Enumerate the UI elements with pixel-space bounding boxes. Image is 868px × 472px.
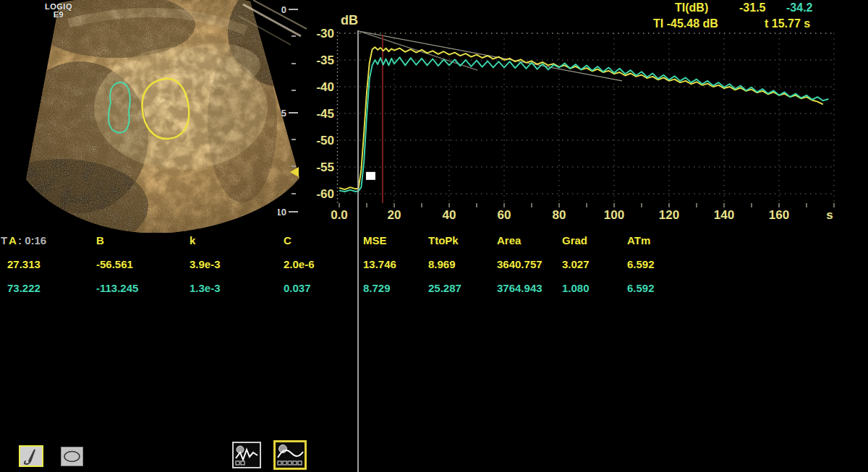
table-cell: 2.0e-6: [284, 258, 315, 270]
x-tick-label: 60: [498, 208, 511, 222]
depth-label-10: 10: [278, 207, 286, 218]
table-cell: 13.746: [363, 258, 396, 270]
x-tick-label: 80: [553, 208, 566, 222]
table-cell: -113.245: [96, 282, 138, 294]
time-cursor-line[interactable]: [357, 30, 359, 472]
curve-fit-results-table: T : 0:16 A B k C MSE TtoPk Area Grad ATm…: [0, 0, 868, 87]
timer-prefix: T: [1, 234, 7, 246]
table-cell: 3.027: [562, 258, 590, 270]
ellipse-roi-tool-button[interactable]: [61, 447, 83, 466]
trace-icon: [21, 447, 41, 465]
table-cell: 25.287: [428, 282, 461, 294]
col-header-TtoPk: TtoPk: [428, 234, 459, 246]
x-tick-label: 140: [714, 208, 734, 222]
y-tick-label: -60: [316, 187, 334, 201]
table-cell: 27.313: [7, 258, 41, 270]
x-tick-label: 160: [769, 208, 789, 222]
table-cell: 8.729: [363, 282, 391, 294]
depth-label-0: 0: [281, 4, 286, 15]
curve-display-icon: [234, 444, 259, 466]
table-cell: 6.592: [627, 282, 655, 294]
x-tick-label: 40: [443, 208, 456, 222]
ultrasound-analysis-screen: LOGIQ E9 0 5 10 dB -30-35-40-45-50-55-60…: [0, 0, 868, 472]
acquisition-timer: : 0:16: [18, 234, 46, 246]
col-header-Grad: Grad: [562, 234, 587, 246]
x-tick-label: 100: [604, 208, 624, 222]
table-cell: 8.969: [428, 258, 456, 270]
table-cell: -56.561: [96, 258, 133, 270]
depth-label-5: 5: [281, 108, 286, 119]
col-header-Area: Area: [497, 234, 521, 246]
x-tick-label: 0.0: [331, 208, 348, 222]
trace-tool-button[interactable]: [19, 445, 43, 467]
device-brand-label: LOGIQ E9: [40, 3, 77, 19]
table-display-icon: [276, 443, 304, 467]
table-cell: 1.080: [562, 282, 590, 294]
y-tick-label: -45: [316, 107, 334, 121]
col-header-A: A: [9, 234, 17, 246]
col-header-B: B: [96, 234, 104, 246]
col-header-ATm: ATm: [627, 234, 650, 246]
brand-line2: E9: [40, 11, 77, 19]
ellipse-roi-icon: [62, 449, 82, 464]
focus-marker-icon[interactable]: [290, 167, 299, 177]
col-header-C: C: [284, 234, 292, 246]
x-tick-label: 120: [659, 208, 679, 222]
table-cell: 73.222: [7, 282, 41, 294]
table-cell: 1.3e-3: [190, 282, 221, 294]
col-header-MSE: MSE: [363, 234, 387, 246]
y-tick-label: -50: [316, 134, 334, 147]
depth-ruler: 0 5 10: [278, 0, 302, 226]
x-axis-unit-label: s: [826, 208, 833, 222]
curve-display-button[interactable]: [232, 442, 261, 468]
table-display-button[interactable]: [273, 440, 307, 470]
x-tick-label: 20: [388, 208, 401, 222]
y-tick-label: -55: [316, 160, 334, 174]
table-cell: 6.592: [627, 258, 655, 270]
table-cell: 3640.757: [497, 258, 542, 270]
table-cell: 3764.943: [497, 282, 542, 294]
sample-marker-square[interactable]: [366, 172, 375, 180]
table-cell: 0.037: [284, 282, 311, 294]
col-header-k: k: [190, 234, 195, 246]
table-cell: 3.9e-3: [190, 258, 221, 270]
